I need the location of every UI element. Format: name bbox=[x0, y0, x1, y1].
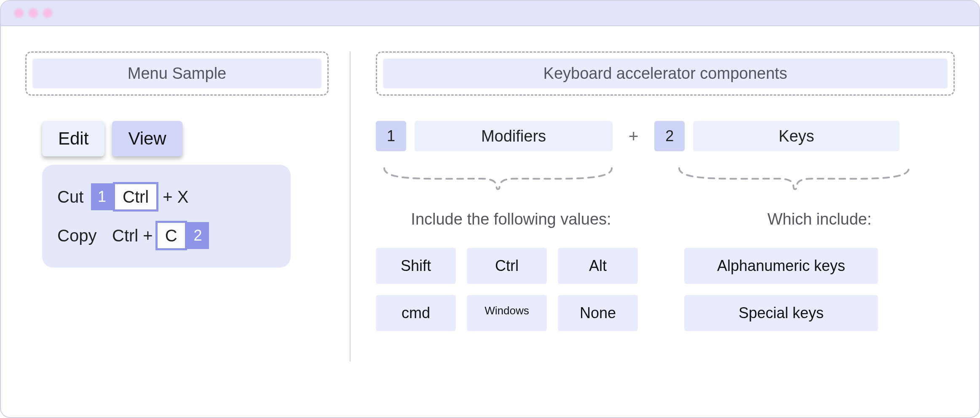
modifier-key-cmd: cmd bbox=[376, 295, 456, 331]
modifiers-grid: Shift Ctrl Alt cmd Windows None bbox=[376, 248, 646, 331]
brace-row bbox=[376, 164, 955, 193]
annotation-number-2: 2 bbox=[187, 222, 209, 249]
component-num-1: 1 bbox=[376, 121, 406, 151]
menu-sample-pane: Menu Sample Edit View Cut 1 Ctrl + X Cop bbox=[25, 51, 350, 396]
component-row: 1 Modifiers + 2 Keys bbox=[376, 121, 955, 151]
keys-heading: Which include: bbox=[684, 210, 955, 228]
keys-column: Which include: Alphanumeric keys Special… bbox=[684, 210, 955, 331]
component-num-2: 2 bbox=[654, 121, 685, 151]
app-window: Menu Sample Edit View Cut 1 Ctrl + X Cop bbox=[0, 0, 980, 418]
annotated-key-box: C bbox=[155, 221, 187, 250]
plus-icon: + bbox=[629, 127, 638, 146]
accelerator-components-pane: Keyboard accelerator components 1 Modifi… bbox=[355, 51, 955, 396]
modifiers-column: Include the following values: Shift Ctrl… bbox=[376, 210, 646, 331]
brace-icon bbox=[376, 164, 616, 193]
detail-columns: Include the following values: Shift Ctrl… bbox=[376, 210, 955, 331]
window-dot-icon bbox=[43, 8, 52, 18]
annotated-modifier-box: Ctrl bbox=[113, 182, 158, 212]
modifier-key-alt: Alt bbox=[558, 248, 638, 284]
titlebar bbox=[1, 1, 979, 26]
key-type-special: Special keys bbox=[684, 295, 878, 331]
component-label-keys: Keys bbox=[693, 121, 900, 151]
accelerator-title-box: Keyboard accelerator components bbox=[376, 51, 955, 96]
annotation-number-1: 1 bbox=[91, 183, 113, 210]
menu-dropdown: Cut 1 Ctrl + X Copy Ctrl + C 2 bbox=[42, 165, 291, 268]
shortcut-prefix: Ctrl + bbox=[112, 226, 153, 245]
tab-edit[interactable]: Edit bbox=[42, 121, 104, 156]
tab-view[interactable]: View bbox=[112, 121, 182, 156]
shortcut-suffix: + X bbox=[163, 188, 188, 206]
menu-item-copy[interactable]: Copy Ctrl + C 2 bbox=[57, 216, 276, 255]
component-label-modifiers: Modifiers bbox=[415, 121, 613, 151]
keys-grid: Alphanumeric keys Special keys bbox=[684, 248, 955, 331]
menu-tabs: Edit View bbox=[42, 121, 329, 156]
content-area: Menu Sample Edit View Cut 1 Ctrl + X Cop bbox=[1, 26, 979, 417]
menu-item-label: Copy bbox=[57, 226, 112, 245]
modifier-key-shift: Shift bbox=[376, 248, 456, 284]
window-dot-icon bbox=[14, 8, 24, 18]
modifier-key-ctrl: Ctrl bbox=[467, 248, 547, 284]
window-dot-icon bbox=[29, 8, 38, 18]
annotation-modifier: 1 Ctrl bbox=[91, 182, 158, 212]
vertical-divider bbox=[350, 51, 351, 362]
modifier-key-none: None bbox=[558, 295, 638, 331]
modifier-key-windows: Windows bbox=[467, 295, 547, 331]
key-type-alphanumeric: Alphanumeric keys bbox=[684, 248, 878, 284]
menu-item-cut[interactable]: Cut 1 Ctrl + X bbox=[57, 177, 276, 216]
menu-sample-title-box: Menu Sample bbox=[25, 51, 329, 96]
annotation-key: C 2 bbox=[155, 221, 209, 250]
modifiers-heading: Include the following values: bbox=[376, 210, 646, 228]
menu-sample-title: Menu Sample bbox=[32, 59, 321, 88]
accelerator-title: Keyboard accelerator components bbox=[383, 59, 948, 88]
brace-icon bbox=[671, 164, 915, 193]
